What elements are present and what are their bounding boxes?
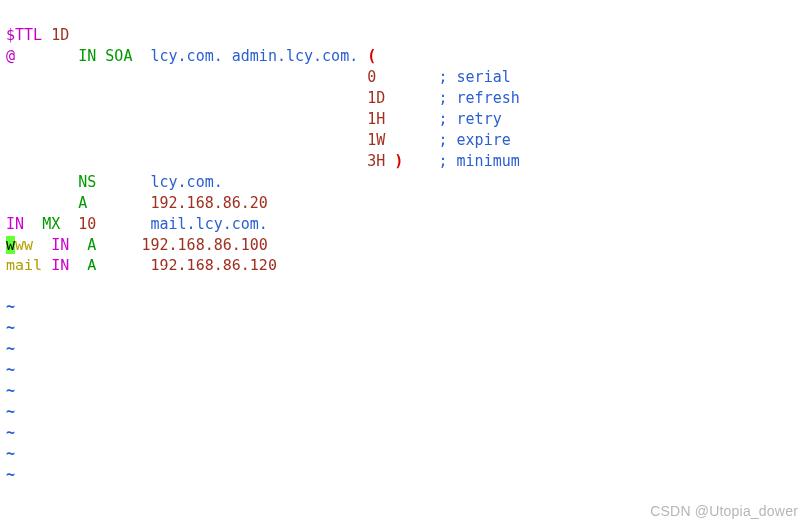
host-www: ww bbox=[15, 236, 33, 254]
expire-value: 1W bbox=[367, 131, 385, 149]
dns-zone-file-editor[interactable]: $TTL 1D @ IN SOA lcy.com. admin.lcy.com.… bbox=[0, 0, 810, 490]
minimum-value: 3H bbox=[367, 152, 385, 170]
paren-close: ) bbox=[394, 152, 403, 170]
minimum-label: minimum bbox=[457, 152, 520, 170]
comment-sep: ; bbox=[438, 89, 447, 107]
vim-tilde: ~ bbox=[6, 382, 15, 400]
type-mx: MX bbox=[42, 215, 60, 233]
comment-sep: ; bbox=[438, 152, 447, 170]
vim-tilde: ~ bbox=[6, 445, 15, 463]
serial-label: serial bbox=[457, 68, 511, 86]
soa-minimum: 3H ) ; minimum bbox=[6, 152, 520, 170]
soa-retry: 1H ; retry bbox=[6, 110, 502, 128]
refresh-value: 1D bbox=[367, 89, 385, 107]
class-in: IN bbox=[51, 257, 69, 274]
comment-sep: ; bbox=[438, 68, 447, 86]
comment-sep: ; bbox=[438, 110, 447, 128]
origin-at: @ bbox=[6, 47, 15, 65]
ns-record: NS lcy.com. bbox=[6, 173, 223, 191]
type-a: A bbox=[78, 194, 87, 212]
empty-line bbox=[6, 277, 15, 295]
paren-open: ( bbox=[367, 47, 376, 65]
soa-expire: 1W ; expire bbox=[6, 131, 511, 149]
class-in: IN bbox=[78, 47, 96, 65]
type-ns: NS bbox=[78, 173, 96, 191]
www-ip: 192.168.86.100 bbox=[141, 236, 267, 254]
ttl-directive: $TTL bbox=[6, 26, 42, 44]
vim-tilde: ~ bbox=[6, 298, 15, 316]
vim-tilde: ~ bbox=[6, 403, 15, 421]
watermark: CSDN @Utopia_dower bbox=[650, 501, 798, 522]
class-in: IN bbox=[51, 236, 69, 254]
type-soa: SOA bbox=[105, 47, 132, 65]
type-a: A bbox=[87, 257, 96, 274]
vim-tilde: ~ bbox=[6, 361, 15, 379]
comment-sep: ; bbox=[438, 131, 447, 149]
soa-line: @ IN SOA lcy.com. admin.lcy.com. ( bbox=[6, 47, 376, 65]
soa-primary: lcy.com. bbox=[151, 47, 223, 65]
soa-admin: admin.lcy.com. bbox=[232, 47, 358, 65]
class-in: IN bbox=[6, 215, 24, 233]
expire-label: expire bbox=[457, 131, 511, 149]
mx-record: IN MX 10 mail.lcy.com. bbox=[6, 215, 268, 233]
serial-value: 0 bbox=[367, 68, 376, 86]
host-mail: mail bbox=[6, 257, 42, 274]
ttl-line: $TTL 1D bbox=[6, 26, 69, 44]
retry-value: 1H bbox=[367, 110, 385, 128]
cursor: w bbox=[6, 236, 15, 254]
type-a: A bbox=[87, 236, 96, 254]
mail-ip: 192.168.86.120 bbox=[151, 257, 277, 274]
soa-refresh: 1D ; refresh bbox=[6, 89, 520, 107]
vim-tilde: ~ bbox=[6, 319, 15, 337]
www-record: www IN A 192.168.86.100 bbox=[6, 236, 268, 254]
vim-tilde: ~ bbox=[6, 424, 15, 442]
vim-tilde: ~ bbox=[6, 340, 15, 358]
refresh-label: refresh bbox=[457, 89, 520, 107]
ns-value: lcy.com. bbox=[151, 173, 223, 191]
vim-tilde: ~ bbox=[6, 466, 15, 484]
a-ip: 192.168.86.20 bbox=[151, 194, 268, 212]
ttl-value: 1D bbox=[51, 26, 69, 44]
a-record: A 192.168.86.20 bbox=[6, 194, 268, 212]
mx-priority: 10 bbox=[78, 215, 96, 233]
retry-label: retry bbox=[457, 110, 502, 128]
mail-record: mail IN A 192.168.86.120 bbox=[6, 257, 277, 274]
mx-value: mail.lcy.com. bbox=[151, 215, 268, 233]
soa-serial: 0 ; serial bbox=[6, 68, 511, 86]
